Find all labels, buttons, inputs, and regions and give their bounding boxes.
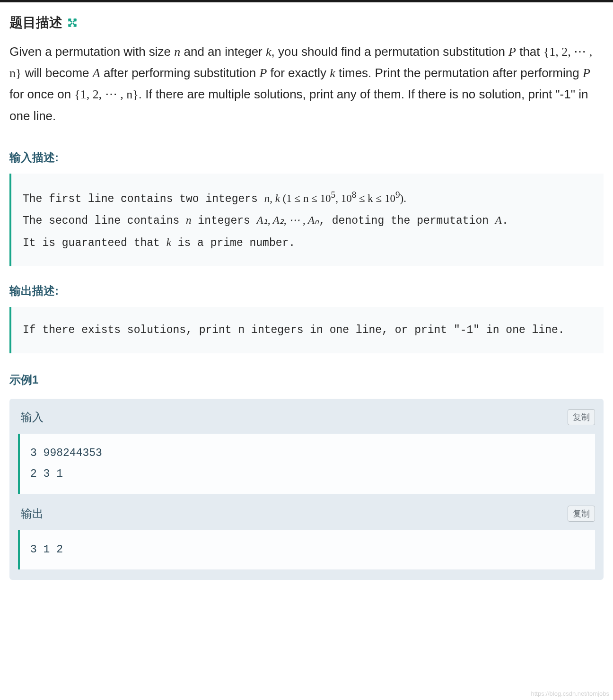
math-P: P — [259, 66, 267, 80]
text: for exactly — [267, 66, 330, 80]
example-box: 输入 复制 3 998244353 2 3 1 输出 复制 3 1 2 — [9, 399, 604, 580]
math-nk: n, k — [264, 192, 280, 204]
title-row: 题目描述 — [9, 14, 604, 32]
math-n: n — [174, 45, 180, 59]
example-label: 示例1 — [9, 372, 604, 387]
page-title: 题目描述 — [9, 14, 62, 32]
copy-output-button[interactable]: 复制 — [568, 506, 595, 522]
example-output-code: 3 1 2 — [18, 530, 595, 570]
text: that — [516, 44, 543, 59]
example-input-code: 3 998244353 2 3 1 — [18, 434, 595, 494]
text: . — [502, 215, 508, 227]
math-k: k — [330, 66, 335, 80]
sup: 5 — [331, 190, 336, 200]
text: (1 ≤ n ≤ 10 — [280, 192, 331, 204]
math-k: k — [266, 45, 271, 59]
sup: 9 — [395, 190, 400, 200]
text: , denoting the permutation — [319, 215, 495, 227]
text: times. Print the permutation after perfo… — [335, 66, 583, 80]
math-P: P — [508, 45, 516, 59]
math-P: P — [583, 66, 590, 80]
math-A: A — [93, 66, 100, 80]
text: , you should find a permutation substitu… — [271, 44, 509, 59]
input-header: 输入 复制 — [18, 409, 595, 425]
output-label: 输出 — [18, 506, 44, 521]
text: ≤ k ≤ 10 — [356, 192, 395, 204]
output-desc-label: 输出描述: — [9, 283, 604, 298]
text: , 10 — [335, 192, 352, 204]
copy-input-button[interactable]: 复制 — [568, 409, 595, 425]
math-n: n — [186, 214, 192, 226]
output-desc-text: If there exists solutions, print n integ… — [23, 324, 565, 336]
text: after performing substitution — [100, 66, 260, 80]
math-A: A — [495, 214, 502, 226]
text: ). — [400, 192, 406, 204]
input-desc-line: The second line contains n integers A₁, … — [23, 210, 592, 232]
text: will become — [21, 66, 92, 80]
input-desc-box: The first line contains two integers n, … — [9, 174, 604, 267]
text: The first line contains two integers — [23, 192, 264, 205]
output-header: 输出 复制 — [18, 506, 595, 522]
text: and an integer — [180, 44, 266, 59]
input-label: 输入 — [18, 410, 44, 425]
sup: 8 — [352, 190, 357, 200]
math-set: {1, 2, ⋯ , n} — [74, 88, 138, 101]
text: Given a permutation with size — [9, 44, 174, 59]
text: integers — [192, 215, 257, 227]
output-desc-box: If there exists solutions, print n integ… — [9, 307, 604, 353]
text: It is guaranteed that — [23, 237, 166, 249]
problem-container: 题目描述 Given a permutation with size n and… — [0, 2, 613, 599]
math-Aseq: A₁, A₂, ⋯ , Aₙ — [257, 214, 319, 226]
text: is a prime number. — [171, 237, 295, 249]
text: The second line contains — [23, 215, 186, 227]
expand-icon[interactable] — [67, 18, 78, 28]
input-desc-line: The first line contains two integers n, … — [23, 186, 592, 210]
text: for once on — [9, 87, 74, 101]
problem-statement: Given a permutation with size n and an i… — [9, 41, 604, 126]
input-desc-label: 输入描述: — [9, 150, 604, 165]
input-desc-line: It is guaranteed that k is a prime numbe… — [23, 232, 592, 254]
math-k: k — [166, 236, 171, 248]
